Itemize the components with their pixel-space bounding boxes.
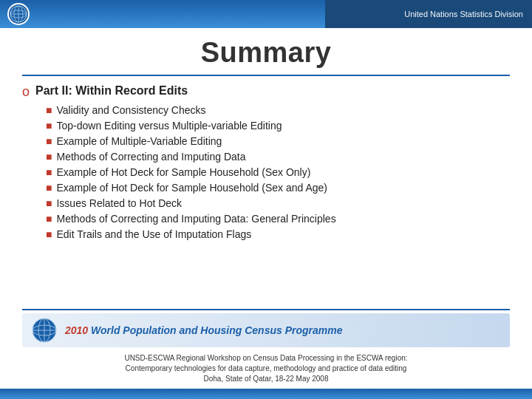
content-area: o Part II: Within Record Edits ■Validity…: [22, 82, 510, 304]
item-bullet-icon: ■: [46, 181, 52, 195]
item-text: Methods of Correcting and Imputing Data: [56, 150, 510, 164]
un-logo-circle: [7, 3, 30, 25]
list-item: ■Example of Multiple-Variable Editing: [46, 134, 510, 149]
census-label: World Population and Housing Census Prog…: [88, 324, 342, 336]
bottom-bar: [0, 389, 532, 399]
list-item: ■Edit Trails and the Use of Imputation F…: [46, 228, 510, 242]
census-year: 2010: [65, 324, 88, 336]
items-list: ■Validity and Consistency Checks■Top-dow…: [46, 103, 510, 241]
item-text: Validity and Consistency Checks: [56, 103, 510, 117]
title-area: Summary: [22, 28, 510, 75]
footer-line2: Contemporary technologies for data captu…: [22, 364, 510, 374]
census-text: 2010 World Population and Housing Census…: [65, 324, 342, 336]
item-bullet-icon: ■: [46, 212, 52, 226]
item-text: Methods of Correcting and Imputing Data:…: [56, 212, 510, 226]
item-text: Issues Related to Hot Deck: [56, 197, 510, 211]
top-divider: [22, 75, 510, 76]
item-bullet-icon: ■: [46, 166, 52, 180]
bottom-section: 2010 World Population and Housing Census…: [22, 310, 510, 389]
item-bullet-icon: ■: [46, 103, 52, 117]
census-logo: [31, 317, 58, 344]
slide: United Nations Statistics Division Summa…: [0, 0, 532, 399]
item-text: Example of Multiple-Variable Editing: [56, 134, 510, 149]
item-bullet-icon: ■: [46, 228, 52, 242]
list-item: ■Example of Hot Deck for Sample Househol…: [46, 166, 510, 180]
part-bullet: o: [22, 83, 30, 100]
item-bullet-icon: ■: [46, 150, 52, 164]
list-item: ■Methods of Correcting and Imputing Data: [46, 150, 510, 164]
list-item: ■Example of Hot Deck for Sample Househol…: [46, 181, 510, 195]
item-bullet-icon: ■: [46, 134, 52, 149]
footer-text: UNSD-ESCWA Regional Workshop on Census D…: [22, 350, 510, 389]
slide-title: Summary: [22, 37, 510, 69]
list-item: ■Validity and Consistency Checks: [46, 103, 510, 117]
footer-line3: Doha, State of Qatar, 18-22 May 2008: [22, 374, 510, 384]
census-banner: 2010 World Population and Housing Census…: [22, 313, 510, 347]
main-content: Summary o Part II: Within Record Edits ■…: [0, 28, 532, 389]
item-text: Example of Hot Deck for Sample Household…: [56, 166, 510, 180]
un-logo: [7, 3, 30, 25]
item-text: Edit Trails and the Use of Imputation Fl…: [56, 228, 510, 242]
list-item: ■Top-down Editing versus Multiple-variab…: [46, 119, 510, 133]
item-bullet-icon: ■: [46, 197, 52, 211]
org-name-label: United Nations Statistics Division: [404, 10, 523, 18]
item-bullet-icon: ■: [46, 119, 52, 133]
item-text: Example of Hot Deck for Sample Household…: [56, 181, 510, 195]
part-header: o Part II: Within Record Edits: [22, 83, 510, 100]
footer-line1: UNSD-ESCWA Regional Workshop on Census D…: [22, 353, 510, 364]
item-text: Top-down Editing versus Multiple-variabl…: [56, 119, 510, 133]
part-title: Part II: Within Record Edits: [35, 83, 188, 99]
list-item: ■Methods of Correcting and Imputing Data…: [46, 212, 510, 226]
top-bar-right: United Nations Statistics Division: [325, 0, 532, 28]
list-item: ■Issues Related to Hot Deck: [46, 197, 510, 211]
top-bar: United Nations Statistics Division: [0, 0, 532, 28]
